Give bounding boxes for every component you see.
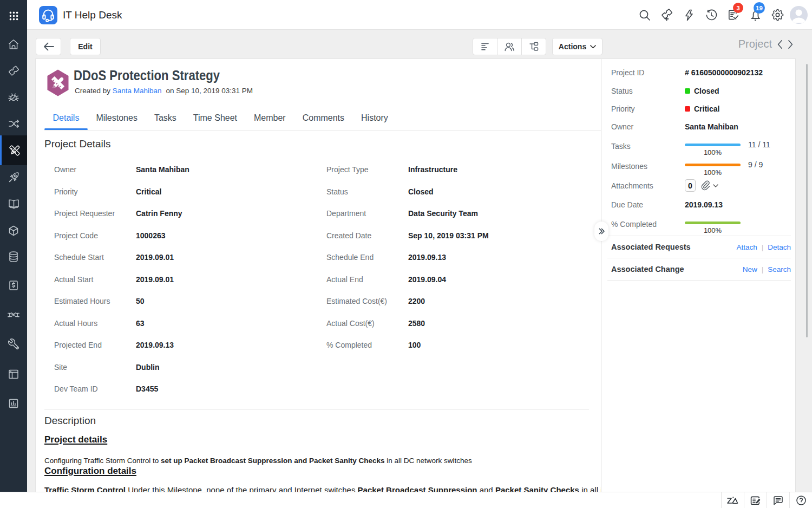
chat-icon — [772, 495, 784, 506]
project-card: DDoS Protection Strategy Created by Sant… — [35, 58, 796, 492]
field-row: Department Data Security Team — [308, 203, 601, 225]
field-value: 2019.09.13 — [136, 341, 174, 349]
edit-button-label: Edit — [78, 42, 92, 51]
sidebar-item-projects[interactable] — [0, 135, 27, 165]
field-row: Dev Team ID D3455 — [36, 378, 308, 400]
chevron-down-icon[interactable] — [713, 184, 718, 187]
field-value: Critical — [136, 187, 161, 196]
associated-link[interactable]: New — [743, 265, 757, 273]
help-button[interactable] — [789, 492, 812, 508]
sidebar-item-layout[interactable] — [0, 361, 27, 387]
history-icon — [705, 9, 718, 22]
paperclip-icon[interactable] — [700, 180, 711, 192]
scrollbar-thumb[interactable] — [806, 64, 808, 337]
edit-button[interactable]: Edit — [70, 38, 101, 55]
field-value: 2019.09.01 — [136, 253, 174, 262]
link-separator: | — [762, 243, 764, 251]
chat-button[interactable] — [767, 492, 789, 508]
back-button[interactable] — [36, 38, 61, 55]
approvals-badge: 3 — [733, 3, 743, 13]
tab[interactable]: Details — [44, 110, 88, 129]
entity-nav: Project — [738, 30, 794, 58]
associated-section: Associated ChangeNew|Search — [607, 258, 791, 280]
view-members-button[interactable] — [497, 38, 522, 55]
quick-actions-button[interactable] — [678, 0, 700, 30]
created-prefix: Created by — [75, 87, 110, 95]
summary-value: Santa Mahiban — [685, 122, 738, 131]
collapse-panel-button[interactable] — [594, 222, 608, 241]
tab[interactable]: History — [353, 110, 397, 129]
sidebar-item-changes[interactable] — [0, 110, 27, 137]
tab[interactable]: Comments — [294, 110, 352, 129]
notifications-button[interactable]: 19 — [744, 0, 767, 30]
text-segment: and — [477, 485, 495, 492]
associated-link[interactable]: Detach — [768, 243, 791, 251]
tab-label: Time Sheet — [193, 110, 237, 123]
tab-label: Comments — [303, 110, 344, 123]
history-button[interactable] — [700, 0, 722, 30]
section-title: Project Details — [44, 138, 111, 150]
summary-label: Owner — [611, 122, 685, 131]
attachment-count[interactable]: 0 — [685, 179, 696, 192]
field-row: Schedule End 2019.09.13 — [308, 246, 601, 269]
lightning-icon — [683, 9, 696, 22]
sidebar-item-releases[interactable] — [0, 164, 27, 191]
settings-button[interactable] — [767, 0, 789, 30]
sidebar-item-problems[interactable] — [0, 84, 27, 110]
summary-row: OwnerSanta Mahiban — [611, 122, 738, 131]
progress-bar — [685, 144, 741, 146]
app-switcher-button[interactable] — [0, 0, 27, 30]
approvals-button[interactable]: 3 — [722, 0, 744, 30]
field-row: Status Closed — [308, 181, 601, 203]
summary-row: Attachments0 — [611, 179, 718, 192]
summary-label: Priority — [611, 105, 685, 113]
field-row: Actual Cost(€) 2580 — [308, 312, 601, 335]
summary-row: Due Date2019.09.13 — [611, 200, 723, 209]
sidebar-item-assets[interactable] — [0, 217, 27, 244]
associated-link[interactable]: Attach — [736, 243, 757, 251]
cube-icon — [8, 225, 19, 237]
tab[interactable]: Milestones — [88, 110, 146, 129]
summary-row: Tasks100%11 / 11 — [611, 142, 770, 157]
field-value: D3455 — [136, 385, 158, 393]
field-label: Actual Cost(€) — [326, 319, 408, 328]
tab[interactable]: Member — [246, 110, 294, 129]
user-menu-button[interactable] — [789, 0, 809, 30]
sidebar-item-admin[interactable] — [0, 331, 27, 357]
sidebar-item-contracts[interactable] — [0, 302, 27, 328]
database-icon — [8, 251, 19, 263]
sidebar-item-cmdb[interactable] — [0, 243, 27, 270]
tab[interactable]: Tasks — [146, 110, 185, 129]
sidebar-item-reports[interactable] — [0, 390, 27, 416]
tab[interactable]: Time Sheet — [185, 110, 245, 129]
created-by-link[interactable]: Santa Mahiban — [113, 87, 162, 95]
search-button[interactable] — [633, 0, 656, 30]
sidebar-item-solutions[interactable] — [0, 191, 27, 217]
sidebar-item-purchase[interactable] — [0, 272, 27, 298]
topbar-actions: 3 19 — [633, 0, 809, 30]
summary-label: Attachments — [611, 181, 685, 190]
field-value: Catrin Fenny — [136, 209, 182, 218]
field-value: Infrastructure — [408, 165, 457, 174]
next-project-button[interactable] — [788, 40, 794, 49]
field-row: Site Dublin — [36, 356, 308, 379]
field-value: 1000263 — [136, 231, 166, 240]
description-subheading: Configuration details — [44, 466, 586, 477]
field-label: Projected End — [54, 341, 136, 349]
sidebar-item-home[interactable] — [0, 31, 27, 57]
app-logo[interactable] — [39, 6, 57, 24]
zia-button[interactable] — [721, 492, 744, 508]
view-tree-button[interactable] — [521, 38, 546, 55]
view-milestones-button[interactable] — [473, 38, 497, 55]
field-label: Priority — [54, 187, 136, 196]
avatar — [790, 6, 808, 24]
field-label: Schedule End — [326, 253, 408, 262]
sidebar-item-requests[interactable] — [0, 57, 27, 84]
prev-project-button[interactable] — [777, 40, 783, 49]
notes-button[interactable] — [744, 492, 767, 508]
field-label: Project Type — [326, 165, 408, 174]
actions-button[interactable]: Actions — [552, 38, 603, 55]
associated-link[interactable]: Search — [768, 265, 791, 273]
add-request-button[interactable] — [656, 0, 678, 30]
field-value: 2019.09.01 — [136, 275, 174, 284]
